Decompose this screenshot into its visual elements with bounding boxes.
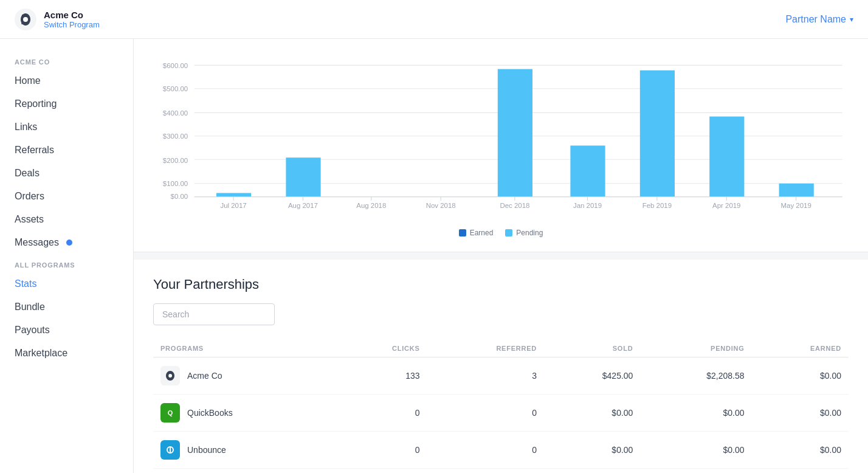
sidebar-payouts-label: Payouts <box>15 325 50 336</box>
svg-text:$100.00: $100.00 <box>163 180 188 187</box>
sidebar-deals-label: Deals <box>15 168 40 179</box>
svg-text:Feb 2019: Feb 2019 <box>642 202 672 209</box>
svg-point-1 <box>23 17 28 22</box>
sidebar-reporting-label: Reporting <box>15 98 57 109</box>
svg-text:Nov 2018: Nov 2018 <box>426 202 456 209</box>
acme-sold: $425.00 <box>544 357 640 395</box>
sidebar-messages-label: Messages <box>15 237 59 248</box>
legend-earned-label: Earned <box>470 229 494 237</box>
legend-pending: Pending <box>505 229 543 237</box>
acme-name: Acme Co <box>187 371 222 381</box>
earnings-chart: $600.00 $500.00 $400.00 $300.00 $200.00 … <box>153 54 849 224</box>
bar-apr2019-pending <box>709 117 744 197</box>
sidebar-stats-label: Stats <box>15 278 36 289</box>
chart-legend: Earned Pending <box>153 229 849 237</box>
program-cell-asana: Asana <box>153 469 337 474</box>
partner-dropdown-arrow-icon[interactable]: ▾ <box>850 15 853 24</box>
table-row[interactable]: Asana 0 0 $0.00 $0.00 $0.00 <box>153 469 849 474</box>
program-cell-acme: Acme Co <box>153 357 337 395</box>
header: Acme Co Switch Program Partner Name ▾ <box>0 0 868 39</box>
search-input[interactable] <box>153 303 275 325</box>
acme-referred: 3 <box>427 357 544 395</box>
unbounce-icon <box>160 440 180 460</box>
sidebar-item-home[interactable]: Home <box>0 69 133 92</box>
svg-point-35 <box>168 374 172 378</box>
sidebar-item-bundle[interactable]: Bundle <box>0 295 133 319</box>
svg-text:$300.00: $300.00 <box>163 133 188 140</box>
asana-earned: $0.00 <box>752 469 849 474</box>
bar-chart-svg: $600.00 $500.00 $400.00 $300.00 $200.00 … <box>153 54 849 224</box>
unbounce-name: Unbounce <box>187 445 226 455</box>
sidebar-orders-label: Orders <box>15 191 44 202</box>
col-clicks: CLICKS <box>337 340 427 357</box>
sidebar-item-assets[interactable]: Assets <box>0 208 133 231</box>
acme-pending: $2,208.58 <box>640 357 751 395</box>
sidebar-assets-label: Assets <box>15 214 44 225</box>
unbounce-sold: $0.00 <box>544 432 640 469</box>
asana-clicks: 0 <box>337 469 427 474</box>
header-right: Partner Name ▾ <box>785 14 853 25</box>
unbounce-referred: 0 <box>427 432 544 469</box>
partnerships-table: PROGRAMS CLICKS REFERRED SOLD PENDING EA… <box>153 340 849 473</box>
sidebar-section-acme-label: ACME CO <box>0 51 133 69</box>
partnerships-title: Your Partnerships <box>153 277 849 292</box>
sidebar-item-deals[interactable]: Deals <box>0 162 133 185</box>
header-title-group: Acme Co Switch Program <box>44 10 100 29</box>
table-row[interactable]: Q QuickBooks 0 0 $0.00 $0.00 $0.00 <box>153 395 849 432</box>
legend-earned: Earned <box>459 229 494 237</box>
svg-text:Jan 2019: Jan 2019 <box>573 202 602 209</box>
chart-section: $600.00 $500.00 $400.00 $300.00 $200.00 … <box>134 39 868 252</box>
svg-text:May 2019: May 2019 <box>781 202 811 209</box>
col-pending: PENDING <box>640 340 751 357</box>
legend-pending-color <box>505 229 512 236</box>
quickbooks-sold: $0.00 <box>544 395 640 432</box>
header-company-name: Acme Co <box>44 10 100 20</box>
sidebar-item-messages[interactable]: Messages <box>0 231 133 254</box>
svg-text:$500.00: $500.00 <box>163 85 188 92</box>
sidebar-section-all-programs-label: ALL PROGRAMS <box>0 254 133 272</box>
unbounce-earned: $0.00 <box>752 432 849 469</box>
sidebar-item-payouts[interactable]: Payouts <box>0 319 133 342</box>
col-referred: REFERRED <box>427 340 544 357</box>
unbounce-clicks: 0 <box>337 432 427 469</box>
acme-icon <box>160 366 180 385</box>
sidebar-item-marketplace[interactable]: Marketplace <box>0 342 133 365</box>
sidebar-item-stats[interactable]: Stats <box>0 272 133 295</box>
col-earned: EARNED <box>752 340 849 357</box>
col-programs: PROGRAMS <box>153 340 337 357</box>
sidebar-item-referrals[interactable]: Referrals <box>0 139 133 162</box>
table-row[interactable]: Acme Co 133 3 $425.00 $2,208.58 $0.00 <box>153 357 849 395</box>
legend-earned-color <box>459 229 466 236</box>
quickbooks-pending: $0.00 <box>640 395 751 432</box>
quickbooks-referred: 0 <box>427 395 544 432</box>
svg-text:$0.00: $0.00 <box>171 193 188 200</box>
sidebar-item-links[interactable]: Links <box>0 116 133 139</box>
svg-text:$600.00: $600.00 <box>163 62 188 69</box>
sidebar: ACME CO Home Reporting Links Referrals D… <box>0 39 134 473</box>
asana-referred: 0 <box>427 469 544 474</box>
bar-feb2019-pending <box>640 71 675 197</box>
acme-clicks: 133 <box>337 357 427 395</box>
col-sold: SOLD <box>544 340 640 357</box>
sidebar-item-orders[interactable]: Orders <box>0 185 133 208</box>
table-row[interactable]: Unbounce 0 0 $0.00 $0.00 $0.00 <box>153 432 849 469</box>
sidebar-item-reporting[interactable]: Reporting <box>0 92 133 116</box>
main-content: $600.00 $500.00 $400.00 $300.00 $200.00 … <box>134 39 868 473</box>
quickbooks-clicks: 0 <box>337 395 427 432</box>
svg-text:$400.00: $400.00 <box>163 109 188 117</box>
bar-may2019-pending <box>779 184 814 197</box>
table-header: PROGRAMS CLICKS REFERRED SOLD PENDING EA… <box>153 340 849 357</box>
sidebar-bundle-label: Bundle <box>15 302 45 312</box>
sidebar-links-label: Links <box>15 122 37 133</box>
switch-program-link[interactable]: Switch Program <box>44 20 100 29</box>
app-layout: ACME CO Home Reporting Links Referrals D… <box>0 39 868 473</box>
asana-pending: $0.00 <box>640 469 751 474</box>
bar-dec2018-pending <box>498 69 532 197</box>
quickbooks-earned: $0.00 <box>752 395 849 432</box>
legend-pending-label: Pending <box>516 229 543 237</box>
partner-name-button[interactable]: Partner Name <box>785 14 846 25</box>
bar-jul2017-pending <box>216 193 251 196</box>
sidebar-referrals-label: Referrals <box>15 145 54 156</box>
table-body: Acme Co 133 3 $425.00 $2,208.58 $0.00 <box>153 357 849 474</box>
unbounce-pending: $0.00 <box>640 432 751 469</box>
